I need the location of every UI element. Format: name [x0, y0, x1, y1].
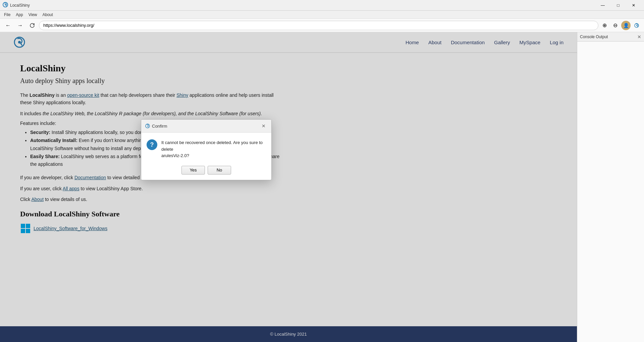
- console-close-button[interactable]: ✕: [637, 34, 641, 40]
- svg-point-3: [636, 25, 637, 26]
- zoom-in-button[interactable]: ⊕: [600, 21, 609, 30]
- toolbar-right: ⊕ ⊖ 👤: [600, 21, 641, 30]
- menu-about[interactable]: About: [40, 12, 56, 18]
- reload-button[interactable]: [632, 21, 641, 30]
- console-body: [577, 42, 644, 342]
- confirm-dialog: Confirm ✕ ? It cannot be recovered once …: [141, 119, 272, 180]
- dialog-overlay: Confirm ✕ ? It cannot be recovered once …: [0, 32, 577, 342]
- console-title: Console Output: [580, 35, 608, 39]
- menu-file[interactable]: File: [1, 12, 13, 18]
- forward-button[interactable]: →: [15, 20, 25, 31]
- dialog-content: ? It cannot be recovered once deleted. A…: [147, 139, 266, 159]
- address-input[interactable]: [39, 21, 598, 30]
- browser-content: Home About Documentation Gallery MySpace…: [0, 32, 577, 342]
- svg-point-1: [5, 4, 6, 5]
- dialog-message-line2: arulesViz-2.0?: [161, 153, 189, 158]
- dialog-titlebar: Confirm ✕: [141, 120, 271, 133]
- main-layout: Home About Documentation Gallery MySpace…: [0, 32, 644, 342]
- dialog-body: ? It cannot be recovered once deleted. A…: [141, 133, 271, 180]
- menu-app[interactable]: App: [13, 12, 25, 18]
- minimize-button[interactable]: —: [595, 0, 610, 11]
- zoom-out-button[interactable]: ⊖: [610, 21, 620, 30]
- dialog-message: It cannot be recovered once deleted. Are…: [161, 139, 266, 159]
- svg-point-11: [147, 126, 148, 126]
- maximize-button[interactable]: □: [610, 0, 626, 11]
- app-title: LocalShiny: [10, 3, 30, 8]
- refresh-button[interactable]: [27, 20, 38, 31]
- dialog-message-line1: It cannot be recovered once deleted. Are…: [161, 140, 263, 152]
- close-button[interactable]: ✕: [626, 0, 641, 11]
- app-icon: [3, 2, 8, 8]
- dialog-buttons: Yes No: [147, 166, 266, 175]
- titlebar-controls: — □ ✕: [595, 0, 641, 11]
- menu-view[interactable]: View: [26, 12, 40, 18]
- console-header: Console Output ✕: [577, 32, 644, 42]
- dialog-no-button[interactable]: No: [208, 166, 231, 175]
- titlebar: LocalShiny — □ ✕: [0, 0, 644, 11]
- menubar: File App View About: [0, 11, 644, 19]
- dialog-question-icon: ?: [147, 139, 157, 150]
- dialog-close-button[interactable]: ✕: [260, 122, 267, 130]
- dialog-yes-button[interactable]: Yes: [181, 166, 205, 175]
- back-button[interactable]: ←: [3, 20, 13, 31]
- console-panel: Console Output ✕: [577, 32, 644, 342]
- titlebar-left: LocalShiny: [3, 2, 30, 8]
- toolbar: ← → ⊕ ⊖ 👤: [0, 19, 644, 32]
- avatar[interactable]: 👤: [621, 21, 631, 30]
- dialog-title: Confirm: [145, 124, 167, 129]
